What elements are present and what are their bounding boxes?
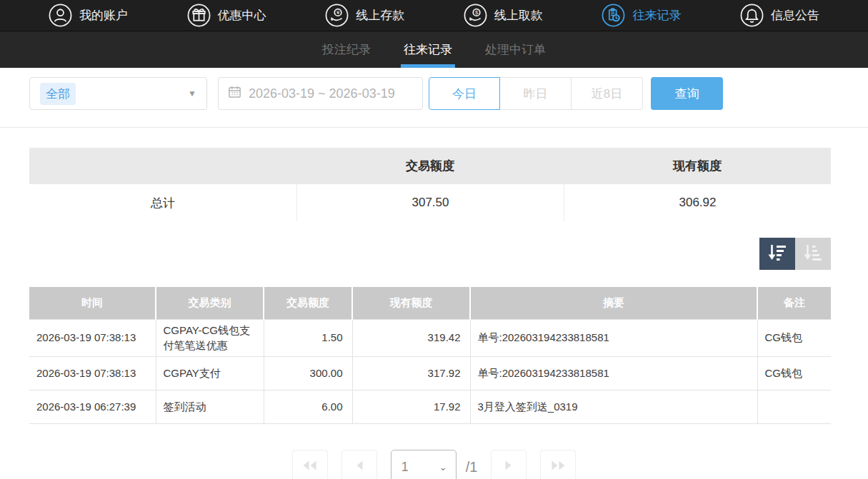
bell-icon — [740, 4, 764, 27]
cell-type: 签到活动 — [156, 390, 264, 424]
cell-balance: 17.92 — [352, 390, 470, 424]
cell-amount: 6.00 — [264, 390, 352, 424]
sort-ascending-icon — [802, 243, 824, 265]
previous-page-button[interactable] — [341, 450, 377, 479]
tab-bet-records[interactable]: 投注纪录 — [319, 31, 374, 68]
cell-balance: 317.92 — [352, 357, 470, 390]
date-range-picker[interactable]: 2026-03-19 ~ 2026-03-19 — [218, 77, 423, 110]
quick-button-label: 昨日 — [524, 86, 548, 102]
cell-time: 2026-03-19 07:38:13 — [29, 357, 156, 390]
tab-processing-orders[interactable]: 处理中订单 — [482, 31, 549, 68]
next-page-button[interactable] — [491, 450, 527, 479]
type-dropdown[interactable]: 全部 ▼ — [29, 77, 207, 110]
cell-summary: 单号:202603194233818581 — [470, 319, 757, 357]
type-dropdown-value: 全部 — [40, 83, 76, 105]
deposit-icon: ¥ — [325, 4, 349, 27]
nav-item-label: 优惠中心 — [218, 7, 266, 24]
chevron-down-icon: ⌄ — [439, 462, 447, 473]
summary-transaction-amount: 307.50 — [296, 184, 564, 221]
table-row: 2026-03-19 07:38:13 CGPAY支付 300.00 317.9… — [29, 357, 831, 390]
nav-item-withdraw[interactable]: $ 线上取款 — [464, 4, 543, 27]
cell-amount: 1.50 — [264, 319, 352, 357]
cell-time: 2026-03-19 07:38:13 — [29, 319, 156, 357]
records-table: 时间 交易类别 交易额度 现有额度 摘要 备注 2026-03-19 07:38… — [29, 287, 831, 424]
column-header-time: 时间 — [29, 287, 156, 319]
records-header-row: 时间 交易类别 交易额度 现有额度 摘要 备注 — [29, 287, 831, 319]
cell-amount: 300.00 — [264, 357, 352, 390]
first-page-button[interactable] — [292, 450, 328, 479]
column-header-amount: 交易额度 — [264, 287, 352, 319]
cell-time: 2026-03-19 06:27:39 — [29, 390, 156, 424]
summary-header-current-balance: 现有额度 — [564, 158, 831, 174]
nav-item-my-account[interactable]: 我的账户 — [49, 4, 128, 27]
chevron-down-icon: ▼ — [188, 89, 196, 99]
summary-total-label: 总计 — [29, 184, 296, 221]
tab-label: 往来记录 — [404, 41, 452, 58]
withdraw-icon: $ — [464, 4, 487, 27]
nav-item-label: 信息公告 — [771, 7, 819, 24]
column-header-summary: 摘要 — [470, 287, 757, 319]
tab-transaction-records[interactable]: 往来记录 — [401, 31, 455, 68]
page-select[interactable]: 1 ⌄ — [391, 450, 457, 479]
cell-summary: 单号:202603194233818581 — [470, 357, 757, 390]
nav-item-deposit[interactable]: ¥ 线上存款 — [325, 4, 404, 27]
nav-item-promotions[interactable]: 优惠中心 — [187, 4, 266, 27]
sort-descending-icon — [767, 243, 788, 265]
right-arrow-icon — [504, 460, 514, 474]
tab-label: 投注纪录 — [322, 41, 371, 58]
sort-descending-button[interactable] — [759, 238, 795, 270]
record-tabs: 投注纪录 往来记录 处理中订单 — [0, 31, 868, 68]
user-icon — [49, 4, 72, 27]
nav-item-label: 线上取款 — [494, 7, 543, 24]
table-row: 2026-03-19 06:27:39 签到活动 6.00 17.92 3月登入… — [29, 390, 831, 424]
yesterday-button[interactable]: 昨日 — [500, 77, 572, 110]
last-page-button[interactable] — [540, 450, 576, 479]
column-header-balance: 现有额度 — [352, 287, 470, 319]
cell-summary: 3月登入签到送_0319 — [470, 390, 757, 424]
quick-button-label: 今日 — [452, 86, 477, 102]
table-row: 2026-03-19 07:38:13 CGPAY-CG钱包支付笔笔送优惠 1.… — [29, 319, 831, 357]
pagination: 1 ⌄ /1 — [0, 450, 868, 479]
section-divider — [0, 127, 868, 128]
cell-note: CG钱包 — [757, 319, 831, 357]
summary-table: 交易额度 现有额度 总计 307.50 306.92 — [29, 148, 831, 221]
svg-text:$: $ — [475, 9, 479, 16]
cell-type: CGPAY-CG钱包支付笔笔送优惠 — [156, 319, 264, 357]
summary-header-row: 交易额度 现有额度 — [29, 148, 831, 184]
records-icon — [602, 4, 625, 27]
search-button[interactable]: 查询 — [651, 77, 723, 110]
total-pages-label: /1 — [466, 459, 478, 475]
quick-button-label: 近8日 — [592, 86, 622, 102]
sort-controls — [29, 238, 831, 270]
today-button[interactable]: 今日 — [429, 77, 500, 110]
page-select-value: 1 — [401, 460, 409, 475]
tab-label: 处理中订单 — [485, 41, 546, 58]
column-header-type: 交易类别 — [156, 287, 264, 319]
summary-header-transaction-amount: 交易额度 — [296, 158, 564, 174]
cell-type: CGPAY支付 — [156, 357, 264, 390]
top-navigation: 我的账户 优惠中心 ¥ 线上存款 $ 线上取款 往来记录 信息公告 — [0, 0, 868, 31]
summary-total-row: 总计 307.50 306.92 — [29, 184, 831, 221]
nav-item-transaction-records[interactable]: 往来记录 — [602, 4, 681, 27]
nav-item-label: 往来记录 — [632, 7, 681, 24]
left-arrow-icon — [354, 460, 364, 474]
gift-icon — [187, 4, 211, 27]
cell-note: CG钱包 — [757, 357, 831, 390]
nav-item-label: 我的账户 — [79, 7, 128, 24]
cell-note — [757, 390, 831, 424]
column-header-note: 备注 — [757, 287, 831, 319]
last-8-days-button[interactable]: 近8日 — [572, 77, 643, 110]
summary-current-balance: 306.92 — [564, 184, 831, 221]
filter-row: 全部 ▼ 2026-03-19 ~ 2026-03-19 今日 昨日 近8日 查… — [29, 77, 868, 110]
cell-balance: 319.42 — [352, 319, 470, 357]
double-left-arrow-icon — [301, 460, 319, 474]
calendar-icon — [228, 85, 241, 102]
sort-ascending-button[interactable] — [795, 238, 831, 270]
double-right-arrow-icon — [549, 460, 567, 474]
date-range-value: 2026-03-19 ~ 2026-03-19 — [249, 86, 395, 101]
nav-item-label: 线上存款 — [356, 7, 404, 24]
quick-date-buttons: 今日 昨日 近8日 — [429, 77, 643, 110]
nav-item-announcements[interactable]: 信息公告 — [740, 4, 819, 27]
svg-text:¥: ¥ — [336, 9, 340, 16]
